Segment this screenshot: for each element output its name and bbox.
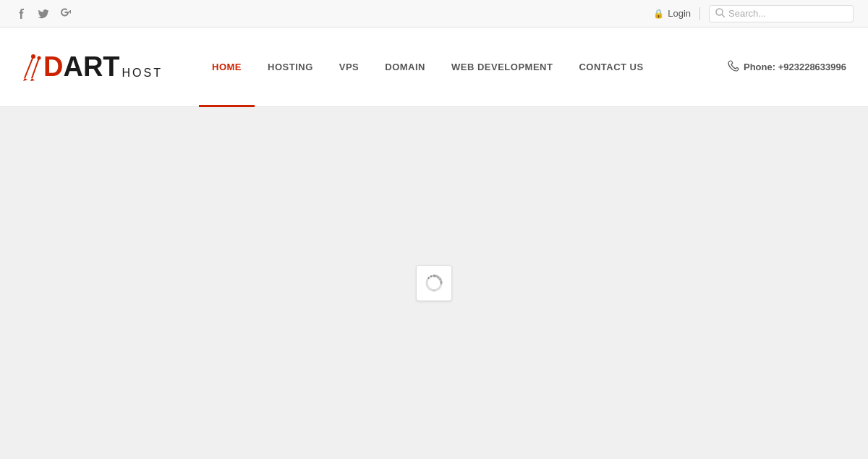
svg-point-15 xyxy=(430,276,432,277)
svg-line-2 xyxy=(722,14,725,17)
divider xyxy=(699,7,700,20)
twitter-icon[interactable] xyxy=(36,7,51,21)
facebook-icon[interactable] xyxy=(14,7,29,21)
phone-text: Phone: +923228633996 xyxy=(744,62,846,72)
svg-marker-5 xyxy=(23,78,27,81)
login-link[interactable]: 🔒 Login xyxy=(653,8,691,19)
spinner-icon xyxy=(424,273,444,293)
loading-spinner xyxy=(416,265,452,301)
nav-item-vps[interactable]: VPS xyxy=(326,28,373,107)
nav-bar: D ART HOST HOME HOSTING VPS DOMAIN WEB D… xyxy=(0,28,868,107)
svg-point-11 xyxy=(436,276,438,277)
main-content xyxy=(0,107,868,459)
logo-text: D ART HOST xyxy=(43,51,163,83)
login-label: Login xyxy=(668,8,691,19)
nav-item-web-development[interactable]: WEB DEVELOPMENT xyxy=(438,28,566,107)
nav-phone: Phone: +923228633996 xyxy=(728,60,846,75)
search-input[interactable] xyxy=(728,8,847,19)
svg-line-6 xyxy=(32,58,39,78)
social-icons xyxy=(14,7,72,21)
svg-point-13 xyxy=(441,280,442,282)
nav-item-home[interactable]: HOME xyxy=(199,28,255,107)
svg-point-16 xyxy=(428,277,430,279)
logo-art: ART xyxy=(63,51,119,83)
dart-pins-icon xyxy=(22,51,43,83)
svg-point-7 xyxy=(38,56,41,60)
lock-icon: 🔒 xyxy=(653,9,664,19)
top-bar-right: 🔒 Login xyxy=(653,5,854,22)
svg-point-1 xyxy=(716,9,723,15)
logo-host: HOST xyxy=(122,67,163,80)
svg-point-14 xyxy=(433,290,435,292)
search-icon xyxy=(715,8,725,20)
svg-point-12 xyxy=(439,277,441,279)
svg-marker-8 xyxy=(30,78,35,81)
search-container xyxy=(709,5,854,22)
nav-item-contact-us[interactable]: CONTACT US xyxy=(566,28,656,107)
svg-point-4 xyxy=(31,54,35,59)
logo-d: D xyxy=(43,51,63,83)
google-plus-icon[interactable] xyxy=(58,7,72,21)
nav-item-domain[interactable]: DOMAIN xyxy=(372,28,438,107)
phone-icon xyxy=(728,60,739,75)
logo[interactable]: D ART HOST xyxy=(22,51,163,83)
nav-item-hosting[interactable]: HOSTING xyxy=(255,28,326,107)
svg-point-10 xyxy=(433,275,435,277)
top-bar: 🔒 Login xyxy=(0,0,868,28)
svg-line-3 xyxy=(25,56,33,78)
nav-links: HOME HOSTING VPS DOMAIN WEB DEVELOPMENT … xyxy=(199,28,728,107)
